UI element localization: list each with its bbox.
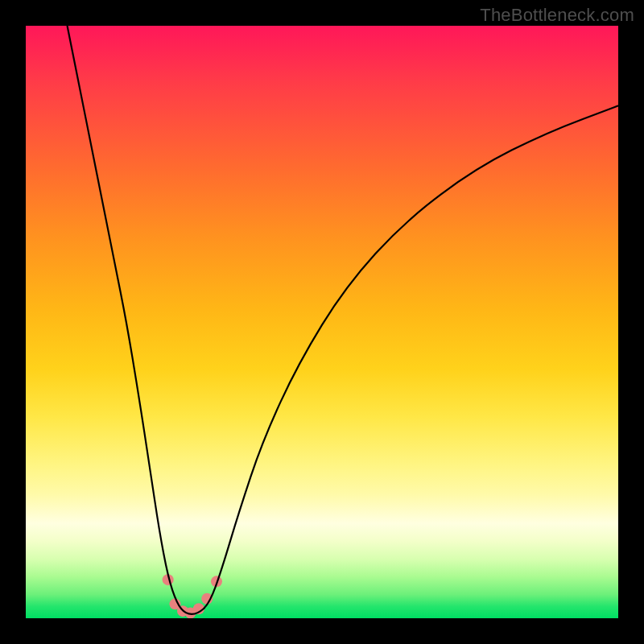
curve-layer	[26, 26, 618, 618]
watermark-label: TheBottleneck.com	[480, 5, 634, 26]
scatter-group	[163, 574, 222, 618]
plot-area	[26, 26, 618, 618]
bottleneck-curve	[68, 26, 618, 614]
chart-frame: TheBottleneck.com	[0, 0, 644, 644]
